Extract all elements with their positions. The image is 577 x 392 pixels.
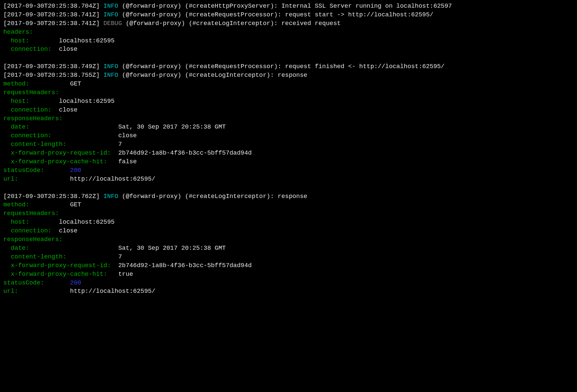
log-line: content-length: 7 (3, 253, 574, 261)
log-line: x-forward-proxy-request-id: 2b746d92-1a8… (3, 149, 574, 158)
log-timestamp: [2017-09-30T20:25:38.704Z] (3, 3, 100, 10)
kv-value: true (118, 271, 133, 278)
log-line: [2017-09-30T20:25:38.704Z] INFO (@forwar… (3, 2, 574, 11)
kv-key: connection: (11, 107, 55, 114)
log-message: Internal SSL Server running on localhost… (281, 3, 452, 10)
log-timestamp: [2017-09-30T20:25:38.741Z] (3, 20, 100, 27)
kv-value: close (59, 46, 78, 53)
log-namespace: (@forward-proxy) (122, 193, 181, 200)
kv-value: close (59, 227, 78, 234)
log-line: url: http://localhost:62595/ (3, 287, 574, 296)
kv-value: 200 (70, 167, 81, 174)
log-line: x-forward-proxy-cache-hit: false (3, 158, 574, 166)
kv-key: date: (11, 124, 115, 131)
log-message: received request (281, 20, 341, 27)
kv-key: x-forward-proxy-request-id: (11, 262, 115, 269)
log-line: content-length: 7 (3, 140, 574, 149)
log-line: connection: close (3, 45, 574, 54)
kv-value: GET (70, 80, 81, 87)
log-namespace: (@forward-proxy) (122, 63, 181, 70)
kv-key: url: (3, 176, 66, 183)
log-level: DEBUG (104, 20, 122, 27)
kv-value: http://localhost:62595/ (70, 288, 155, 295)
kv-key: connection: (11, 132, 115, 139)
log-context: (#createLogInterceptor): (185, 72, 274, 79)
log-line: [2017-09-30T20:25:38.755Z] INFO (@forwar… (3, 71, 574, 80)
log-line (3, 184, 574, 192)
kv-value: false (118, 158, 137, 165)
log-level: INFO (104, 11, 118, 18)
log-line: date: Sat, 30 Sep 2017 20:25:38 GMT (3, 123, 574, 132)
log-message: request finished <- http://localhost:625… (285, 63, 444, 70)
log-level: INFO (104, 63, 118, 70)
kv-key: x-forward-proxy-cache-hit: (11, 158, 115, 165)
kv-key: responseHeaders: (3, 115, 63, 122)
log-line: statusCode: 200 (3, 279, 574, 287)
log-line: connection: close (3, 106, 574, 115)
kv-key: responseHeaders: (3, 236, 63, 243)
terminal-output: [2017-09-30T20:25:38.704Z] INFO (@forwar… (0, 0, 577, 298)
kv-key: url: (3, 288, 66, 295)
log-context: (#createRequestProcessor): (185, 11, 281, 18)
log-message: request start -> http://localhost:62595/ (285, 11, 433, 18)
kv-value: 2b746d92-1a8b-4f36-b3cc-5bff57dad94d (118, 150, 252, 157)
kv-key: connection: (11, 46, 55, 53)
log-timestamp: [2017-09-30T20:25:38.762Z] (3, 193, 100, 200)
kv-value: localhost:62595 (59, 219, 115, 226)
kv-key: content-length: (11, 253, 115, 260)
log-context: (#createLogInterceptor): (189, 20, 277, 27)
kv-value: close (59, 107, 78, 114)
kv-value: 7 (118, 141, 122, 148)
kv-key: content-length: (11, 141, 115, 148)
kv-value: localhost:62595 (59, 98, 115, 105)
log-line: [2017-09-30T20:25:38.762Z] INFO (@forwar… (3, 192, 574, 201)
log-line: url: http://localhost:62595/ (3, 175, 574, 184)
kv-value: GET (70, 201, 81, 208)
log-line: requestHeaders: (3, 209, 574, 218)
log-namespace: (@forward-proxy) (122, 3, 181, 10)
log-level: INFO (104, 72, 118, 79)
kv-key: statusCode: (3, 167, 66, 174)
log-timestamp: [2017-09-30T20:25:38.749Z] (3, 63, 100, 70)
kv-value: 200 (70, 279, 81, 286)
kv-key: x-forward-proxy-cache-hit: (11, 271, 115, 278)
log-line: x-forward-proxy-request-id: 2b746d92-1a8… (3, 261, 574, 270)
log-line: connection: close (3, 227, 574, 235)
kv-value: http://localhost:62595/ (70, 176, 155, 183)
kv-key: requestHeaders: (3, 89, 59, 96)
log-line: connection: close (3, 132, 574, 140)
kv-key: host: (11, 98, 55, 105)
log-line: [2017-09-30T20:25:38.741Z] INFO (@forwar… (3, 11, 574, 19)
kv-value: 2b746d92-1a8b-4f36-b3cc-5bff57dad94d (118, 262, 252, 269)
log-timestamp: [2017-09-30T20:25:38.741Z] (3, 11, 100, 18)
kv-key: connection: (11, 227, 55, 234)
log-line: method: GET (3, 201, 574, 209)
log-line: responseHeaders: (3, 235, 574, 244)
log-context: (#createRequestProcessor): (185, 63, 281, 70)
log-namespace: (@forward-proxy) (122, 72, 181, 79)
log-line: host: localhost:62595 (3, 218, 574, 227)
log-context: (#createLogInterceptor): (185, 193, 274, 200)
log-namespace: (@forward-proxy) (122, 11, 181, 18)
kv-value: Sat, 30 Sep 2017 20:25:38 GMT (118, 245, 226, 252)
log-line: responseHeaders: (3, 115, 574, 123)
kv-value: localhost:62595 (59, 37, 115, 44)
log-line: host: localhost:62595 (3, 37, 574, 45)
kv-key: headers: (3, 29, 33, 36)
log-namespace: (@forward-proxy) (126, 20, 185, 27)
log-line: x-forward-proxy-cache-hit: true (3, 270, 574, 279)
kv-key: host: (11, 219, 55, 226)
log-line (3, 54, 574, 62)
log-level: INFO (104, 193, 118, 200)
log-line: [2017-09-30T20:25:38.741Z] DEBUG (@forwa… (3, 19, 574, 28)
kv-key: requestHeaders: (3, 210, 59, 217)
log-line: [2017-09-30T20:25:38.749Z] INFO (@forwar… (3, 62, 574, 71)
log-message: response (278, 193, 308, 200)
kv-key: method: (3, 201, 66, 208)
log-timestamp: [2017-09-30T20:25:38.755Z] (3, 72, 100, 79)
kv-value: 7 (118, 253, 122, 260)
kv-key: host: (11, 37, 55, 44)
log-line: headers: (3, 28, 574, 37)
log-line: requestHeaders: (3, 88, 574, 97)
kv-value: close (118, 132, 137, 139)
